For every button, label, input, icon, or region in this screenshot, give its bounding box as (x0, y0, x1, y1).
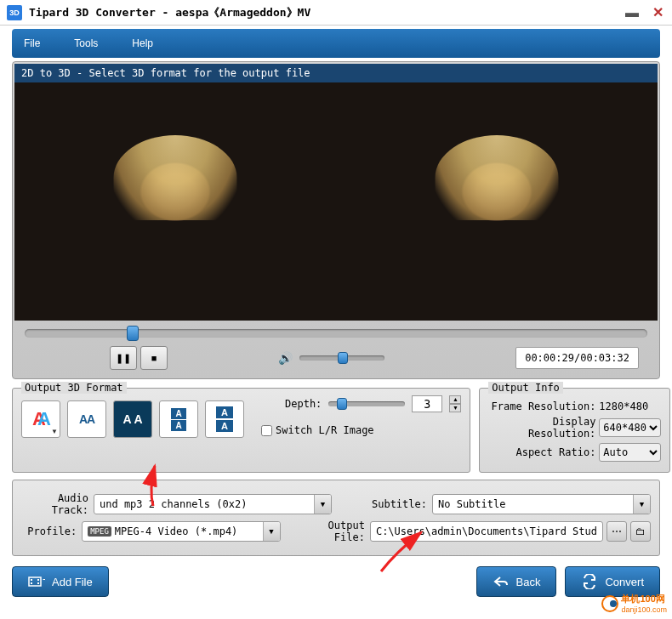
window-title: Tipard 3D Converter - aespa《Armageddon》M… (29, 5, 624, 20)
folder-icon: 🗀 (635, 525, 646, 537)
video-right-eye (336, 82, 658, 321)
ellipsis-icon: ⋯ (612, 525, 622, 537)
svg-rect-1 (31, 579, 32, 581)
watermark: 单机100网 danji100.com (601, 593, 667, 614)
close-button[interactable]: ✕ (650, 5, 665, 20)
format-anaglyph-button[interactable]: ▼ (21, 400, 60, 438)
menu-file[interactable]: File (24, 37, 40, 49)
subtitle-select[interactable]: No Subtitle ▼ (432, 494, 651, 514)
profile-label: Profile: (21, 525, 82, 537)
output-browse-button[interactable]: 🗀 (630, 521, 651, 542)
time-display: 00:00:29/00:03:32 (515, 347, 639, 369)
bottom-bar: + Add File Back Convert (0, 556, 672, 607)
stop-icon: ■ (151, 353, 157, 363)
svg-text:+: + (43, 575, 45, 586)
format-sbs-half-button[interactable]: AA (67, 400, 106, 438)
svg-rect-4 (37, 582, 39, 584)
display-res-select[interactable]: 640*480 (599, 418, 661, 437)
watermark-text: 单机100网 (621, 593, 667, 605)
profile-select[interactable]: MPEG MPEG-4 Video (*.mp4) ▼ (82, 521, 280, 542)
output-file-field[interactable]: C:\Users\admin\Documents\Tipard Stud (370, 521, 603, 542)
aspect-ratio-label: Aspect Ratio: (488, 446, 599, 458)
svg-rect-3 (37, 579, 39, 581)
dropdown-icon: ▼ (263, 522, 280, 541)
volume-icon: 🔊 (278, 351, 293, 365)
dropdown-icon: ▼ (51, 428, 58, 435)
back-button[interactable]: Back (476, 566, 557, 597)
subtitle-value: No Subtitle (438, 498, 505, 510)
add-file-button[interactable]: + Add File (12, 566, 109, 597)
video-preview (14, 82, 658, 321)
format-tb-half-button[interactable]: AA (159, 400, 198, 438)
preview-header: 2D to 3D - Select 3D format for the outp… (14, 64, 658, 82)
app-logo-icon: 3D (7, 5, 22, 20)
svg-rect-0 (29, 577, 41, 586)
audio-track-value: und mp3 2 channels (0x2) (100, 498, 247, 510)
menu-help[interactable]: Help (132, 37, 153, 49)
timeline-slider[interactable] (25, 329, 647, 338)
volume-slider[interactable] (299, 355, 384, 361)
switch-lr-checkbox[interactable] (261, 425, 272, 436)
depth-down-button[interactable]: ▼ (449, 404, 461, 412)
minimize-button[interactable]: ▬ (624, 5, 640, 20)
convert-icon (581, 573, 598, 590)
back-label: Back (516, 576, 541, 588)
format-tb-full-button[interactable]: AA (205, 400, 244, 438)
depth-input[interactable] (412, 395, 442, 412)
add-file-icon: + (28, 573, 45, 590)
dropdown-icon: ▼ (633, 495, 650, 514)
add-file-label: Add File (52, 576, 93, 588)
video-left-eye (14, 82, 336, 321)
watermark-url: danji100.com (621, 605, 667, 614)
output-info-fieldset: Output Info Frame Resolution: 1280*480 D… (479, 388, 670, 473)
output-file-label: Output File: (315, 520, 370, 543)
settings-panel: Audio Track: und mp3 2 channels (0x2) ▼ … (12, 480, 660, 556)
depth-up-button[interactable]: ▲ (449, 395, 461, 404)
watermark-icon (601, 595, 618, 612)
depth-slider[interactable] (328, 401, 405, 406)
profile-value: MPEG-4 Video (*.mp4) (115, 525, 238, 537)
stop-button[interactable]: ■ (140, 346, 168, 370)
pause-icon: ❚❚ (116, 353, 131, 364)
menubar: File Tools Help (12, 29, 660, 58)
aspect-ratio-select[interactable]: Auto (599, 443, 661, 462)
format-sbs-full-button[interactable]: A A (113, 400, 152, 438)
format-fieldset-title: Output 3D Format (21, 382, 127, 394)
depth-thumb[interactable] (337, 398, 347, 410)
titlebar: 3D Tipard 3D Converter - aespa《Armageddo… (0, 0, 672, 26)
output-file-value: C:\Users\admin\Documents\Tipard Stud (376, 525, 597, 537)
dropdown-icon: ▼ (314, 495, 331, 514)
frame-res-label: Frame Resolution: (488, 400, 599, 412)
output-3d-format-fieldset: Output 3D Format ▼ AA A A AA AA Depth: ▲ (12, 388, 470, 473)
convert-label: Convert (605, 576, 644, 588)
audio-track-label: Audio Track: (21, 492, 94, 516)
frame-res-value: 1280*480 (599, 400, 661, 412)
timeline-thumb[interactable] (127, 326, 139, 341)
info-fieldset-title: Output Info (488, 382, 562, 394)
menu-tools[interactable]: Tools (74, 37, 98, 49)
subtitle-label: Subtitle: (366, 498, 432, 510)
volume-thumb[interactable] (338, 352, 348, 364)
depth-label: Depth: (285, 398, 322, 410)
output-more-button[interactable]: ⋯ (607, 521, 627, 542)
audio-track-select[interactable]: und mp3 2 channels (0x2) ▼ (94, 494, 332, 514)
svg-rect-2 (31, 582, 32, 584)
back-icon (493, 573, 510, 590)
mpeg-icon: MPEG (88, 526, 111, 537)
display-res-label: Display Resolution: (488, 416, 599, 440)
pause-button[interactable]: ❚❚ (110, 346, 137, 370)
switch-lr-label: Switch L/R Image (276, 424, 374, 436)
preview-panel: 2D to 3D - Select 3D format for the outp… (12, 61, 660, 379)
